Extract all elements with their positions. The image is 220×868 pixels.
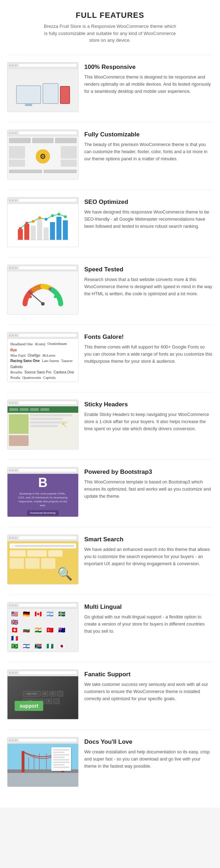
svg-rect-5 [50, 222, 55, 240]
browser-dot [12, 739, 14, 741]
bootstrap-logo: B [38, 475, 48, 490]
cm-block [44, 170, 77, 173]
result-item [10, 558, 24, 569]
browser-dot [12, 604, 14, 606]
feature-row-sticky: ↖ Sticky Headers Enable Sticky Headers t… [7, 400, 213, 450]
svg-point-8 [19, 227, 22, 230]
svg-point-12 [45, 218, 48, 221]
feature-title-search: Smart Search [84, 536, 213, 543]
cm-block [61, 160, 77, 167]
svg-rect-3 [37, 219, 42, 240]
browser-address-bar [19, 199, 76, 202]
feature-title-bootstrap: Powered by Bootstrap3 [84, 468, 213, 476]
sticky-left [9, 414, 29, 446]
feature-row-bootstrap: B Bootstrap is the most popular HTML, CS… [7, 467, 213, 517]
svg-point-18 [41, 302, 45, 306]
feature-desc-fonts: This theme comes with full support for 6… [84, 343, 213, 365]
feature-content-search: Smart Search We have added an enhanced s… [84, 535, 213, 567]
browser-dot [12, 672, 14, 674]
feature-image-seo [7, 197, 79, 247]
browser-dot [12, 402, 14, 404]
font-tag: Source Sans Pro [24, 370, 51, 374]
browser-dot [9, 65, 11, 66]
flag: 🇫🇷 [10, 635, 20, 642]
feature-divider [7, 325, 213, 325]
flag: 🇹🇷 [45, 627, 55, 633]
caps-lock-key: caps lock [23, 691, 41, 697]
svg-point-10 [32, 220, 35, 223]
flag: 🇬🇧 [10, 619, 20, 626]
search-mockup: ⌕ 🔍 [8, 541, 78, 584]
browser-address-bar [19, 469, 76, 472]
font-tag: McLaren [42, 353, 55, 357]
feature-divider [7, 122, 213, 122]
docs-line [53, 752, 65, 753]
browser-bar [8, 535, 78, 541]
browser-dot [15, 739, 17, 741]
feature-title-multilingual: Multi Lingual [84, 603, 213, 611]
feature-image-customizable: ⚙ [7, 130, 79, 180]
tag [27, 550, 47, 557]
feature-divider [7, 190, 213, 190]
nav-item [40, 408, 49, 411]
cm-block [9, 146, 25, 159]
divider [7, 55, 213, 55]
font-tag: Galindo [10, 365, 22, 369]
docs-line [53, 754, 69, 756]
features-container: 100% Responsive This WooCommerce theme i… [7, 62, 213, 787]
feature-row-support: caps lock A S shift Z X support Fanati [7, 669, 213, 719]
browser-address-bar [19, 739, 76, 742]
svg-rect-7 [63, 220, 68, 240]
font-tag: Racing Sans One [10, 359, 40, 363]
feature-desc-seo: We have designed this responsive WooComm… [84, 209, 213, 230]
sticky-mockup: ↖ [8, 406, 78, 450]
flag: 🇮🇱 [21, 643, 31, 649]
support-mockup: caps lock A S shift Z X support [8, 676, 78, 719]
font-row: PeraltaQuattrocentoCapriola [10, 376, 75, 380]
browser-bar [8, 400, 78, 406]
nav-item [30, 408, 39, 411]
browser-address-bar [19, 131, 76, 134]
search-bar-mock: ⌕ [10, 543, 76, 548]
result-item [25, 558, 40, 569]
browser-dot [12, 470, 14, 471]
browser-bar [8, 62, 78, 69]
feature-divider [7, 729, 213, 730]
browser-bar [8, 602, 78, 609]
browser-dot [15, 470, 17, 471]
browser-dot [15, 335, 17, 336]
flag: 🇺🇸 [10, 611, 20, 617]
flag: 🇨🇦 [33, 611, 43, 617]
feature-image-search: ⌕ 🔍 [7, 535, 79, 584]
key-row: caps lock A S [23, 691, 63, 697]
bootstrap-download-btn[interactable]: Download Bootstrap [27, 510, 59, 516]
browser-bar [8, 265, 78, 271]
svg-point-9 [25, 222, 28, 225]
browser-bar [8, 130, 78, 136]
tag [10, 550, 26, 557]
browser-bar [8, 467, 78, 474]
bootstrap-mockup: B Bootstrap is the most popular HTML, CS… [8, 474, 78, 517]
feature-content-speed: Speed Tested Research shows that a fast … [84, 265, 213, 297]
browser-address-bar [19, 536, 76, 539]
browser-dot [15, 200, 17, 201]
browser-dot [15, 537, 17, 539]
browser-address-bar [19, 334, 76, 337]
feature-content-bootstrap: Powered by Bootstrap3 This WooCommerce t… [84, 467, 213, 500]
svg-point-20 [34, 287, 37, 290]
docs-paper [51, 747, 71, 771]
feature-image-multilingual: 🇺🇸🇩🇪🇨🇦🇦🇷🇸🇪🇬🇧🇨🇭🇧🇬🇮🇳🇹🇷🇦🇺🇫🇷🇧🇷🇮🇱🇿🇦🇳🇬🇯🇵🇵🇹 [7, 602, 79, 652]
docs-mockup [8, 744, 78, 787]
svg-point-15 [64, 215, 67, 218]
font-row: Headland OneKranijOranienbaumRye [10, 342, 75, 352]
flag: 🇮🇳 [33, 627, 43, 633]
flag: 🇧🇷 [10, 643, 20, 649]
key-c [53, 698, 60, 704]
feature-content-fonts: Fonts Galore! This theme comes with full… [84, 332, 213, 365]
keyboard-bg: caps lock A S shift Z X [8, 676, 78, 719]
feature-divider [7, 257, 213, 257]
device-phone [60, 86, 70, 104]
multilingual-mockup: 🇺🇸🇩🇪🇨🇦🇦🇷🇸🇪🇬🇧🇨🇭🇧🇬🇮🇳🇹🇷🇦🇺🇫🇷🇧🇷🇮🇱🇿🇦🇳🇬🇯🇵🇵🇹 [8, 609, 78, 652]
result-item [41, 558, 55, 569]
browser-dot [15, 65, 17, 66]
